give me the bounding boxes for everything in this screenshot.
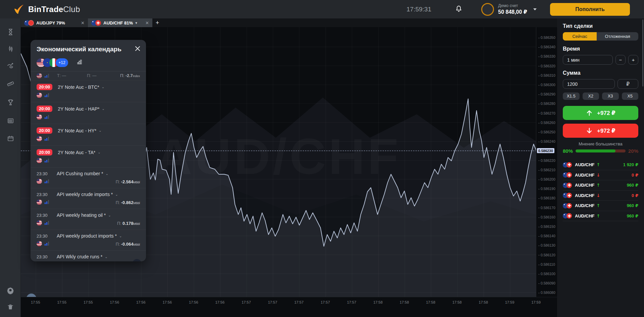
- chevron-down-icon[interactable]: ⌄: [115, 193, 118, 196]
- chevron-down-icon[interactable]: ⌄: [119, 234, 122, 238]
- chevron-down-icon[interactable]: ⌄: [108, 213, 111, 217]
- trade-row[interactable]: AUD/CHF↑960 ₽: [563, 211, 638, 221]
- multiplier-button[interactable]: X5: [622, 92, 639, 100]
- chevron-down-icon[interactable]: ⌄: [99, 129, 101, 132]
- trade-row[interactable]: AUD/CHF↓0 ₽: [563, 170, 638, 181]
- duration-decrease-button[interactable]: −: [615, 55, 626, 65]
- history-hourglass-icon[interactable]: [0, 26, 21, 38]
- chart-tabs: AUD/JPY 79% ✕ AUD/CHF 81% ▾ ✕ +: [21, 18, 557, 27]
- calendar-event-row[interactable]: 20:002Y Note Auc - TA*⌄: [31, 146, 146, 168]
- trade-amount: 0 ₽: [632, 173, 638, 178]
- tab-audjpy[interactable]: AUD/JPY 79% ✕: [21, 18, 88, 27]
- duration-increase-button[interactable]: +: [628, 55, 638, 65]
- trade-direction-up-icon: ↑: [597, 203, 600, 208]
- economic-calendar-icon[interactable]: [0, 132, 21, 144]
- candles-chart-type-icon[interactable]: [0, 43, 21, 55]
- chevron-down-icon[interactable]: ⌄: [102, 107, 105, 111]
- trade-row[interactable]: AUD/CHF↑960 ₽: [563, 201, 638, 211]
- time-tick: 17:57: [242, 300, 251, 304]
- us-flag-icon: [37, 158, 42, 163]
- add-tab-button[interactable]: +: [152, 18, 162, 27]
- importance-bars-icon: [45, 137, 49, 141]
- ruler-drawing-tools-icon[interactable]: [0, 77, 21, 89]
- duration-input[interactable]: 1 мин: [563, 55, 613, 65]
- avatar: [481, 3, 494, 16]
- scrollbar[interactable]: [642, 19, 643, 86]
- actual-value: Т: —: [57, 73, 66, 78]
- importance-filter-icon[interactable]: [76, 59, 83, 67]
- price-tick: 0.586260: [538, 121, 555, 125]
- calendar-event-row[interactable]: 20:002Y Note Auc - HAP*⌄: [31, 102, 146, 124]
- multiplier-button[interactable]: X3: [602, 92, 619, 100]
- event-time: 20:00: [37, 84, 52, 90]
- trade-pair: AUD/CHF: [575, 213, 595, 218]
- call-up-button[interactable]: +972 ₽: [563, 106, 638, 120]
- tab-close-icon[interactable]: ✕: [81, 20, 85, 25]
- put-down-button[interactable]: +972 ₽: [563, 124, 638, 138]
- event-title: 2Y Note Auc - TA*: [58, 150, 95, 155]
- orders-list-icon[interactable]: [0, 115, 21, 127]
- arrow-down-icon: [586, 127, 593, 134]
- audchf-flags-icon: [563, 213, 572, 218]
- time-tick: 17:55: [31, 300, 40, 304]
- price-tick: 0.586310: [538, 73, 555, 77]
- chevron-down-icon[interactable]: ⌄: [102, 85, 104, 89]
- calendar-country-filters[interactable]: +12: [31, 55, 146, 71]
- calendar-event-row[interactable]: 20:002Y Note Auc - HY*⌄: [31, 124, 146, 146]
- more-countries-badge[interactable]: +12: [56, 58, 68, 67]
- currency-button[interactable]: ₽: [617, 79, 638, 89]
- calendar-event-row[interactable]: 23:30API Wkly crude runs *⌄: [31, 251, 146, 261]
- event-title: API Wkly crude runs *: [57, 254, 102, 259]
- tab-close-icon[interactable]: ✕: [145, 20, 149, 25]
- trade-amount: 1 920 ₽: [623, 162, 638, 167]
- time-tick: 17:56: [163, 300, 172, 304]
- trade-row[interactable]: AUD/CHF↓0 ₽: [563, 191, 638, 201]
- price-axis[interactable]: 0.5863500.5863400.5863300.5863200.586310…: [536, 27, 557, 297]
- chevron-down-icon[interactable]: ⌄: [106, 172, 108, 176]
- deposit-button[interactable]: Пополнить: [550, 3, 630, 16]
- calendar-event-row[interactable]: 23:30API weekly heating oil *⌄П: 0.178Mb…: [31, 209, 146, 230]
- settings-gear-icon[interactable]: [0, 284, 21, 296]
- deal-type-now-button[interactable]: Сейчас: [563, 32, 597, 41]
- tab-audchf[interactable]: AUD/CHF 81% ▾ ✕: [88, 18, 152, 27]
- chevron-down-icon[interactable]: ⌄: [105, 255, 107, 259]
- audchf-flags-icon: [563, 172, 572, 178]
- server-clock: 17:59:31: [406, 6, 431, 13]
- multiplier-button[interactable]: X2: [583, 92, 599, 100]
- notifications-bell-icon[interactable]: [455, 5, 463, 14]
- account-menu[interactable]: Демо счет 50 848,00 ₽: [481, 3, 537, 16]
- tool-sidebar: [0, 18, 21, 317]
- trade-row[interactable]: AUD/CHF↑960 ₽: [563, 180, 638, 191]
- multiplier-button[interactable]: X1.5: [563, 92, 580, 100]
- price-tick: 0.586320: [538, 64, 555, 68]
- calendar-row-partial[interactable]: Т: — П: — П: -2.7index: [31, 71, 146, 80]
- price-tick: 0.586200: [538, 177, 555, 181]
- trade-direction-up-icon: ↑: [597, 213, 600, 218]
- trade-pair: AUD/CHF: [575, 183, 595, 188]
- deal-type-deferred-button[interactable]: Отложенная: [597, 32, 638, 41]
- current-price-label: 0.586230: [537, 148, 554, 153]
- time-tick: 17:56: [110, 300, 119, 304]
- time-axis[interactable]: 17:5517:5517:5517:5617:5617:5617:5617:56…: [21, 297, 557, 317]
- chevron-down-icon[interactable]: ⌄: [98, 150, 100, 154]
- calendar-event-row[interactable]: 23:30API Cushing number *⌄П: -2.564Mbbl: [31, 168, 146, 188]
- calendar-event-row[interactable]: 23:30API weekly crude imports *⌄П: -0.86…: [31, 188, 146, 209]
- time-heading: Время: [563, 46, 638, 52]
- price-tick: 0.586080: [538, 291, 555, 295]
- trash-icon[interactable]: [0, 301, 21, 313]
- event-time: 23:30: [37, 254, 51, 259]
- calendar-close-icon[interactable]: [134, 45, 141, 52]
- amount-input[interactable]: 1200: [563, 79, 615, 89]
- tournaments-trophy-icon[interactable]: [0, 96, 21, 108]
- event-previous-value: П: -0.064Mbbl: [116, 242, 140, 247]
- tab-chevron-down-icon[interactable]: ▾: [135, 21, 137, 25]
- time-tick: 17:58: [400, 300, 409, 304]
- trade-row[interactable]: AUD/CHF↑1 920 ₽: [563, 160, 638, 170]
- price-tick: 0.586240: [538, 139, 555, 143]
- calendar-event-row[interactable]: 23:30API weekly product imports *⌄П: -0.…: [31, 230, 146, 251]
- previous-value: П: -2.7index: [120, 73, 140, 78]
- trade-panel: Тип сделки Сейчас Отложенная Время 1 мин…: [557, 18, 644, 317]
- indicators-icon[interactable]: [0, 59, 21, 71]
- brand-logo: BinTradeClub: [13, 3, 80, 15]
- calendar-event-row[interactable]: 20:002Y Note Auc - BTC*⌄: [31, 80, 146, 102]
